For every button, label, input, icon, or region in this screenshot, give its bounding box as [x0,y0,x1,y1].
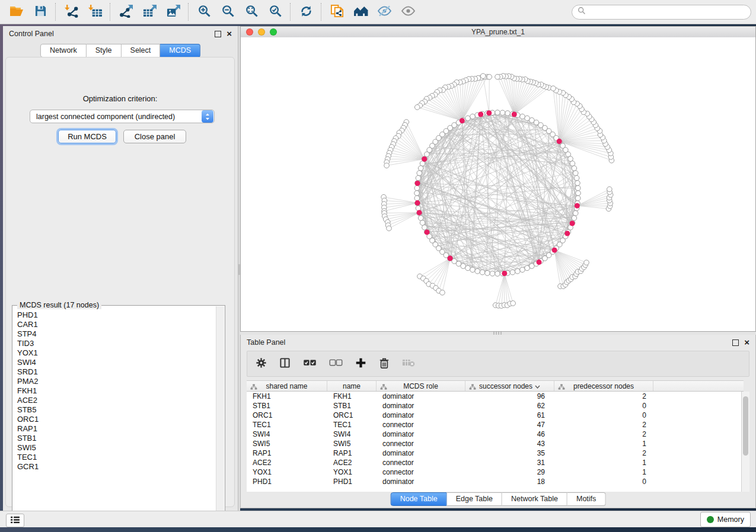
close-panel-icon[interactable]: × [744,339,749,345]
zoom-out-button[interactable] [216,2,240,22]
cell-predecessor-nodes[interactable]: 1 [554,458,653,467]
mcds-result-item[interactable]: RAP1 [14,424,216,434]
cell-name[interactable]: RAP1 [327,448,377,458]
chevron-down-icon[interactable] [535,382,540,390]
apply-preferred-layout-button[interactable] [294,2,318,22]
table-row[interactable]: RAP1RAP1dominator352 [247,448,741,458]
table-row[interactable]: ORC1ORC1dominator610 [247,411,741,420]
cell-shared-name[interactable]: PHD1 [247,477,327,486]
show-columns-button[interactable] [279,357,291,370]
close-panel-button[interactable]: Close panel [123,130,186,143]
cell-name[interactable]: FKH1 [327,392,377,401]
search-input[interactable] [589,7,745,17]
table-row[interactable]: FKH1FKH1dominator962 [247,392,741,401]
export-network-button[interactable] [114,2,138,22]
open-file-button[interactable] [5,2,28,22]
cell-successor-nodes[interactable]: 35 [465,448,554,458]
column-header-mcds-role[interactable]: MCDS role [377,381,465,391]
mcds-result-item[interactable]: CAR1 [14,320,216,329]
table-row[interactable]: ACE2ACE2connector311 [247,458,741,467]
mcds-result-item[interactable]: STB5 [14,405,216,415]
memory-button[interactable]: Memory [700,512,751,527]
network-window-titlebar[interactable]: YPA_prune.txt_1 [241,27,755,38]
cell-successor-nodes[interactable]: 29 [465,467,554,477]
cell-name[interactable]: STB1 [327,401,377,411]
tab-style[interactable]: Style [87,44,122,57]
table-row[interactable]: TEC1TEC1connector472 [247,420,741,430]
table-row[interactable]: SWI5SWI5connector431 [247,439,741,448]
cell-name[interactable]: PHD1 [327,477,377,486]
close-panel-icon[interactable]: × [227,31,232,37]
mcds-result-item[interactable]: SWI4 [14,358,216,367]
tab-network[interactable]: Network [40,44,87,57]
cell-successor-nodes[interactable]: 46 [465,430,554,439]
cell-name[interactable]: SWI5 [327,439,377,448]
cell-mcds-role[interactable]: dominator [377,448,465,458]
cell-successor-nodes[interactable]: 18 [465,477,554,486]
column-header-shared-name[interactable]: shared name [247,381,327,391]
mcds-result-item[interactable]: TEC1 [14,453,216,462]
column-header-successor-nodes[interactable]: successor nodes [465,381,554,391]
cell-successor-nodes[interactable]: 47 [465,420,554,430]
table-row[interactable]: PHD1PHD1dominator180 [247,477,741,486]
cell-name[interactable]: TEC1 [327,420,377,430]
mcds-result-item[interactable]: PMA2 [14,377,216,386]
cell-shared-name[interactable]: SWI5 [247,439,327,448]
mcds-result-item[interactable]: PHD1 [14,310,216,320]
table-row[interactable]: SWI4SWI4dominator462 [247,430,741,439]
cell-predecessor-nodes[interactable]: 2 [554,420,653,430]
cell-mcds-role[interactable]: dominator [377,477,465,486]
cell-mcds-role[interactable]: connector [377,458,465,467]
cell-shared-name[interactable]: TEC1 [247,420,327,430]
search-field[interactable] [572,5,751,20]
column-header-name[interactable]: name [327,381,377,391]
cell-successor-nodes[interactable]: 61 [465,411,554,420]
delete-column-button[interactable] [379,357,390,371]
task-history-button[interactable] [6,514,24,527]
clone-network-button[interactable] [325,2,349,22]
tab-select[interactable]: Select [122,44,161,57]
save-session-button[interactable] [28,2,52,22]
cell-successor-nodes[interactable]: 62 [465,401,554,411]
mcds-result-item[interactable]: ACE2 [14,396,216,405]
cell-shared-name[interactable]: ACE2 [247,458,327,467]
import-network-file-button[interactable] [59,2,83,22]
cell-predecessor-nodes[interactable]: 0 [554,477,653,486]
table-row[interactable]: YOX1YOX1connector291 [247,467,741,477]
show-all-button[interactable] [396,2,420,22]
tab-network-table[interactable]: Network Table [502,492,567,506]
table-scrollbar[interactable] [741,392,749,492]
cell-shared-name[interactable]: RAP1 [247,448,327,458]
zoom-in-button[interactable] [192,2,216,22]
zoom-fit-button[interactable] [240,2,263,22]
criterion-dropdown[interactable]: largest connected component (undirected) [30,110,215,123]
cell-predecessor-nodes[interactable]: 2 [554,448,653,458]
scrollbar-thumb[interactable] [743,396,748,456]
mcds-result-item[interactable]: STP4 [14,329,216,339]
first-neighbors-button[interactable] [349,2,372,22]
zoom-selected-button[interactable] [263,2,287,22]
cell-name[interactable]: YOX1 [327,467,377,477]
cell-name[interactable]: SWI4 [327,430,377,439]
float-panel-icon[interactable] [732,339,739,346]
mcds-result-item[interactable]: TID3 [14,339,216,348]
cell-predecessor-nodes[interactable]: 2 [554,430,653,439]
cell-mcds-role[interactable]: dominator [377,430,465,439]
cell-mcds-role[interactable]: connector [377,467,465,477]
tab-node-table[interactable]: Node Table [391,492,447,506]
run-mcds-button[interactable]: Run MCDS [58,130,116,143]
select-all-button[interactable] [303,359,317,368]
cell-shared-name[interactable]: STB1 [247,401,327,411]
mcds-result-item[interactable]: FKH1 [14,386,216,396]
cell-shared-name[interactable]: SWI4 [247,430,327,439]
table-row[interactable]: STB1STB1dominator620 [247,401,741,411]
import-table-file-button[interactable] [83,2,107,22]
mcds-result-scrollbar[interactable] [216,306,224,524]
cell-mcds-role[interactable]: connector [377,420,465,430]
deselect-all-button[interactable] [329,359,343,368]
cell-predecessor-nodes[interactable]: 1 [554,467,653,477]
cell-shared-name[interactable]: ORC1 [247,411,327,420]
tab-mcds[interactable]: MCDS [160,44,200,57]
tab-motifs[interactable]: Motifs [567,492,605,506]
cell-predecessor-nodes[interactable]: 0 [554,401,653,411]
